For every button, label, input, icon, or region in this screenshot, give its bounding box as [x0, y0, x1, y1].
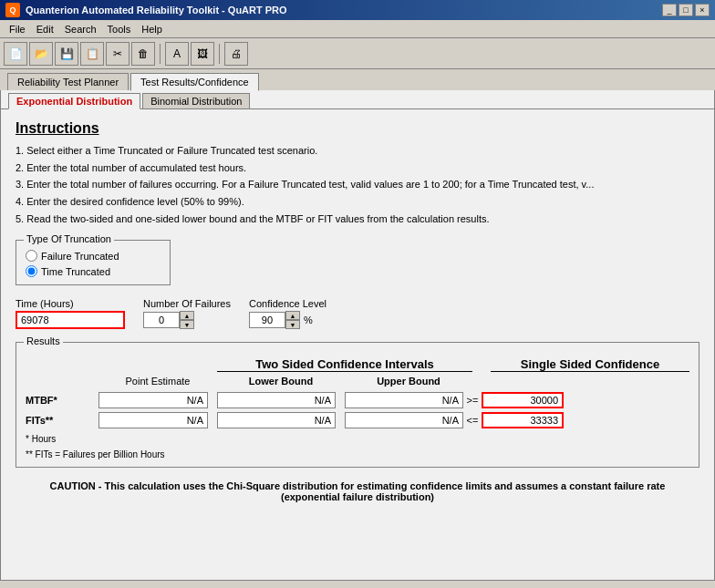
image-button[interactable]: 🖼: [191, 42, 214, 66]
sub-header-row: Point Estimate Lower Bound Upper Bound: [26, 376, 689, 387]
failures-input-group: Number Of Failures ▲ ▼: [143, 298, 231, 329]
instruction-1: 1. Select either a Time Truncated or Fai…: [16, 142, 699, 160]
mtbf-single: 30000: [482, 392, 564, 408]
cut-button[interactable]: ✂: [106, 42, 130, 66]
point-estimate-header: Point Estimate: [98, 376, 217, 387]
mtbf-row: MTBF* N/A N/A N/A >= 30000: [26, 392, 689, 408]
confidence-increment[interactable]: ▲: [285, 311, 300, 320]
radio-failure-truncated-label: Failure Truncated: [41, 251, 119, 262]
truncation-group-title: Type Of Truncation: [24, 233, 114, 244]
instruction-4: 4. Enter the desired confidence level (5…: [16, 193, 699, 211]
confidence-suffix: %: [304, 315, 313, 325]
upper-bound-header: Upper Bound: [345, 376, 472, 387]
radio-time-truncated-input[interactable]: [26, 265, 37, 277]
main-tab-bar: Reliability Test Planner Test Results/Co…: [0, 69, 715, 90]
instruction-3: 3. Enter the total number of failures oc…: [16, 176, 699, 193]
caution-text: CAUTION - This calculation uses the Chi-…: [16, 477, 699, 506]
fits-lte-symbol: <=: [467, 415, 479, 426]
instructions-title: Instructions: [16, 120, 699, 137]
sub-tab-exponential[interactable]: Exponential Distribution: [8, 93, 140, 109]
menu-search[interactable]: Search: [59, 23, 102, 36]
single-sided-header: Single Sided Confidence: [491, 357, 689, 372]
close-button[interactable]: ×: [695, 4, 710, 16]
time-input[interactable]: [16, 311, 125, 329]
radio-failure-truncated[interactable]: Failure Truncated: [26, 250, 161, 262]
confidence-decrement[interactable]: ▼: [285, 320, 300, 329]
title-bar: Q Quanterion Automated Reliability Toolk…: [0, 0, 715, 20]
print-button[interactable]: 🖨: [224, 42, 248, 66]
failures-decrement[interactable]: ▼: [180, 320, 194, 329]
minimize-button[interactable]: _: [662, 4, 677, 16]
fits-row: FITs** N/A N/A N/A <= 33333: [26, 412, 689, 428]
failures-label: Number Of Failures: [143, 298, 231, 309]
mtbf-lower: N/A: [217, 392, 336, 408]
failures-spinner[interactable]: ▲ ▼: [143, 311, 231, 329]
window-controls: _ □ ×: [662, 4, 710, 16]
mtbf-point: N/A: [98, 392, 208, 408]
app-icon: Q: [5, 3, 20, 17]
menu-tools[interactable]: Tools: [102, 23, 137, 36]
instruction-2: 2. Enter the total number of accumulated…: [16, 160, 699, 177]
lower-bound-header: Lower Bound: [217, 376, 345, 387]
new-button[interactable]: 📄: [4, 42, 27, 66]
fits-upper: N/A: [345, 412, 463, 428]
mtbf-label: MTBF*: [26, 395, 98, 406]
radio-failure-truncated-input[interactable]: [26, 250, 37, 262]
main-content: Instructions 1. Select either a Time Tru…: [0, 109, 715, 581]
copy-button[interactable]: 📋: [80, 42, 104, 66]
results-box-title: Results: [24, 335, 63, 346]
font-button[interactable]: A: [165, 42, 189, 66]
menu-file[interactable]: File: [4, 23, 31, 36]
results-box: Results Two Sided Confidence Intervals S…: [16, 342, 699, 468]
menu-help[interactable]: Help: [136, 23, 168, 36]
fits-label: FITs**: [26, 415, 98, 426]
two-sided-header: Two Sided Confidence Intervals: [217, 357, 472, 372]
sub-tab-bar: Exponential Distribution Binomial Distri…: [0, 90, 715, 109]
window-title: Quanterion Automated Reliability Toolkit…: [26, 5, 287, 15]
confidence-spinner[interactable]: ▲ ▼: [249, 311, 300, 329]
save-button[interactable]: 💾: [55, 42, 78, 66]
failures-increment[interactable]: ▲: [180, 311, 194, 320]
sub-tab-binomial[interactable]: Binomial Distribution: [142, 93, 250, 108]
footnote-2: ** FITs = Failures per Billion Hours: [26, 449, 689, 459]
fits-single: 33333: [482, 412, 564, 428]
delete-button[interactable]: 🗑: [131, 42, 155, 66]
results-header-row: Two Sided Confidence Intervals Single Si…: [26, 357, 689, 372]
input-row: Time (Hours) Number Of Failures ▲ ▼ Conf…: [16, 298, 699, 329]
fits-lower: N/A: [217, 412, 336, 428]
radio-time-truncated-label: Time Truncated: [41, 266, 110, 277]
separator-1: [160, 44, 161, 64]
failures-input[interactable]: [143, 312, 180, 328]
time-input-group: Time (Hours): [16, 298, 125, 329]
radio-time-truncated[interactable]: Time Truncated: [26, 265, 161, 277]
open-button[interactable]: 📂: [29, 42, 53, 66]
confidence-input[interactable]: [249, 312, 285, 328]
tab-test-results-confidence[interactable]: Test Results/Confidence: [130, 73, 259, 91]
separator-2: [219, 44, 220, 64]
menu-bar: File Edit Search Tools Help: [0, 20, 715, 38]
failures-spinner-btns: ▲ ▼: [180, 311, 194, 329]
maximize-button[interactable]: □: [679, 4, 693, 16]
footnote-1: * Hours: [26, 434, 689, 444]
menu-edit[interactable]: Edit: [31, 23, 59, 36]
tab-reliability-test-planner[interactable]: Reliability Test Planner: [7, 73, 129, 90]
confidence-label: Confidence Level: [249, 298, 326, 309]
truncation-group: Type Of Truncation Failure Truncated Tim…: [16, 240, 171, 285]
mtbf-gte-symbol: >=: [467, 395, 479, 406]
toolbar: 📄 📂 💾 📋 ✂ 🗑 A 🖼 🖨: [0, 38, 715, 69]
instruction-5: 5. Read the two-sided and one-sided lowe…: [16, 211, 699, 228]
mtbf-upper: N/A: [345, 392, 463, 408]
fits-point: N/A: [98, 412, 208, 428]
confidence-input-group: Confidence Level ▲ ▼ %: [249, 298, 326, 329]
confidence-spinner-btns: ▲ ▼: [285, 311, 300, 329]
instructions-list: 1. Select either a Time Truncated or Fai…: [16, 142, 699, 227]
time-label: Time (Hours): [16, 298, 125, 309]
